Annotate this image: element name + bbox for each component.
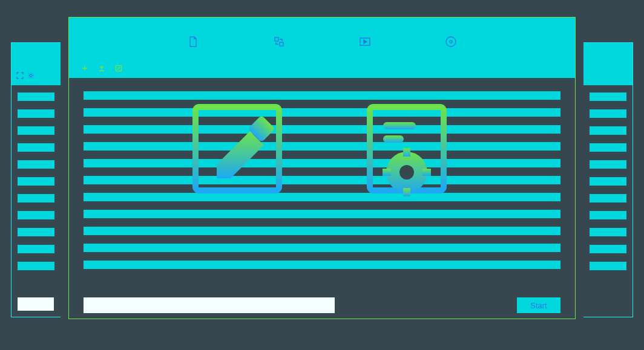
list-item [18, 177, 54, 186]
svg-rect-10 [383, 122, 416, 129]
list-item [590, 177, 626, 186]
svg-rect-1 [275, 37, 278, 41]
input-field[interactable] [18, 297, 54, 311]
list-item [18, 228, 54, 236]
list-item [590, 92, 626, 101]
list-item [590, 228, 626, 236]
svg-rect-17 [422, 169, 431, 176]
list-item [84, 142, 560, 151]
tab-convert[interactable] [273, 36, 285, 48]
list-item [590, 194, 626, 203]
svg-rect-14 [403, 148, 410, 157]
list-item [84, 244, 560, 252]
list-item [84, 210, 560, 218]
edit-card-icon[interactable] [189, 101, 285, 196]
tab-video[interactable] [359, 36, 371, 48]
upload-icon[interactable] [98, 63, 105, 71]
list-item [590, 143, 626, 152]
gear-icon [27, 72, 34, 79]
svg-point-5 [450, 41, 452, 43]
list-item [84, 261, 560, 269]
list-item [18, 194, 54, 203]
settings-card-icon[interactable] [359, 101, 455, 196]
svg-rect-11 [383, 135, 404, 143]
svg-point-0 [30, 74, 32, 77]
list-item [18, 126, 54, 135]
list-item [84, 227, 560, 235]
list-item [84, 193, 560, 201]
expand-icon [16, 72, 24, 79]
svg-rect-16 [383, 169, 391, 176]
list-item [590, 211, 626, 219]
list-item [18, 211, 54, 219]
tab-disc[interactable] [445, 36, 457, 48]
edit-icon[interactable] [115, 63, 122, 71]
add-icon[interactable] [81, 63, 88, 71]
list-item [18, 143, 54, 152]
path-input[interactable] [84, 297, 335, 313]
main-window: Start [68, 17, 576, 319]
list-item [590, 126, 626, 135]
list-item [84, 125, 560, 134]
start-button[interactable]: Start [517, 297, 560, 313]
list-item [590, 160, 626, 169]
header [69, 18, 575, 78]
svg-rect-15 [403, 188, 410, 196]
list-item [18, 245, 54, 253]
list-item [84, 108, 560, 117]
background-window-left [11, 42, 61, 317]
svg-point-13 [399, 165, 414, 180]
svg-point-4 [446, 37, 456, 47]
list-item [18, 262, 54, 270]
list-item [590, 109, 626, 118]
footer: Start [69, 292, 575, 319]
background-window-right [583, 42, 633, 317]
list-item [84, 176, 560, 184]
list-item [84, 91, 560, 100]
list-item [18, 92, 54, 101]
list-item [18, 160, 54, 169]
list-item [590, 262, 626, 270]
list-item [590, 245, 626, 253]
list-item [18, 109, 54, 118]
tab-document[interactable] [187, 36, 199, 48]
content-area [69, 78, 575, 292]
svg-rect-2 [280, 42, 283, 46]
list-item [84, 159, 560, 167]
